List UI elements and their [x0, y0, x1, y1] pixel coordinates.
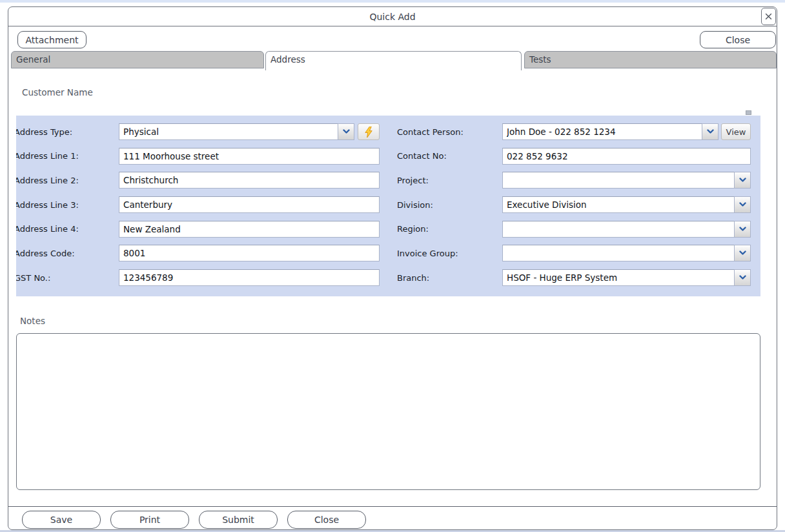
close-button[interactable]: Close — [287, 511, 366, 529]
contact-person-dropdown-trigger[interactable] — [702, 123, 719, 140]
title-bar: Quick Add — [8, 7, 777, 26]
address-line-3-label: Address Line 3: — [16, 200, 119, 210]
chevron-down-icon — [707, 129, 714, 134]
address-type-label: Address Type: — [16, 127, 119, 137]
project-dropdown-trigger[interactable] — [734, 172, 751, 189]
form-row: Contact No: — [397, 148, 751, 165]
region-label: Region: — [397, 224, 502, 234]
region-input[interactable] — [502, 221, 735, 238]
project-input[interactable] — [502, 172, 735, 189]
footer-separator — [8, 506, 777, 507]
print-button[interactable]: Print — [110, 511, 189, 529]
form-column-right: Contact Person:ViewContact No:Project:Di… — [397, 116, 751, 286]
view-button[interactable]: View — [721, 123, 751, 140]
contact-no-input[interactable] — [502, 148, 751, 165]
address-line-3-input[interactable] — [119, 196, 380, 213]
form-row: Contact Person:View — [397, 123, 751, 140]
notes-textarea[interactable] — [16, 333, 760, 490]
project-label: Project: — [397, 176, 502, 185]
form-row: Project: — [397, 172, 751, 189]
contact-no-label: Contact No: — [397, 151, 502, 161]
tab-general[interactable]: General — [11, 51, 264, 68]
form-row: Branch: — [397, 269, 751, 286]
form-row: Address Code: — [16, 245, 380, 261]
lightning-bolt-icon — [364, 127, 374, 138]
notes-label: Notes — [20, 316, 45, 326]
background-top-strip — [0, 0, 785, 3]
address-line-2-input[interactable] — [119, 172, 380, 189]
form-row: Address Line 3: — [16, 196, 380, 213]
window-close-button[interactable] — [761, 8, 776, 25]
form-column-left: Address Type:Address Line 1:Address Line… — [16, 116, 380, 286]
chevron-down-icon — [739, 251, 746, 256]
save-button[interactable]: Save — [22, 511, 101, 529]
submit-button[interactable]: Submit — [199, 511, 278, 529]
tab-address[interactable]: Address — [265, 51, 522, 70]
form-row: Address Line 1: — [16, 148, 380, 165]
address-type-input[interactable] — [119, 123, 338, 140]
address-line-1-input[interactable] — [119, 148, 380, 165]
gst-no-input[interactable] — [119, 269, 380, 286]
branch-label: Branch: — [397, 273, 502, 283]
division-dropdown-trigger[interactable] — [734, 196, 751, 213]
branch-dropdown-trigger[interactable] — [734, 269, 751, 286]
form-row: Address Type: — [16, 123, 380, 140]
tab-tests[interactable]: Tests — [524, 51, 777, 68]
footer-button-bar: Save Print Submit Close — [22, 511, 366, 529]
lightning-button[interactable] — [358, 123, 380, 140]
customer-name-label: Customer Name — [22, 87, 93, 97]
address-line-4-input[interactable] — [119, 221, 380, 238]
address-code-label: Address Code: — [16, 249, 119, 258]
gst-no-label: GST No.: — [16, 273, 119, 283]
address-code-input[interactable] — [119, 245, 380, 261]
form-row: Region: — [397, 221, 751, 238]
quick-add-dialog: Quick Add Attachment Close General Addre… — [8, 6, 777, 530]
chevron-down-icon — [739, 202, 746, 207]
form-row: Address Line 2: — [16, 172, 380, 189]
chevron-down-icon — [739, 227, 746, 232]
close-button-top[interactable]: Close — [700, 31, 776, 48]
chevron-down-icon — [739, 275, 746, 280]
invoice-group-label: Invoice Group: — [397, 249, 502, 258]
address-line-1-label: Address Line 1: — [16, 151, 119, 161]
division-label: Division: — [397, 200, 502, 210]
form-row: Invoice Group: — [397, 245, 751, 261]
address-type-dropdown-trigger[interactable] — [338, 123, 354, 140]
chevron-down-icon — [739, 178, 746, 183]
invoice-group-input[interactable] — [502, 245, 735, 261]
address-form-panel: Address Type:Address Line 1:Address Line… — [16, 116, 760, 296]
branch-input[interactable] — [502, 269, 735, 286]
invoice-group-dropdown-trigger[interactable] — [734, 245, 751, 261]
chevron-down-icon — [343, 129, 350, 134]
region-dropdown-trigger[interactable] — [734, 221, 751, 238]
form-row: Division: — [397, 196, 751, 213]
contact-person-input[interactable] — [502, 123, 702, 140]
form-row: Address Line 4: — [16, 221, 380, 238]
window-title: Quick Add — [369, 12, 415, 22]
address-line-4-label: Address Line 4: — [16, 224, 119, 234]
division-input[interactable] — [502, 196, 735, 213]
contact-person-label: Contact Person: — [397, 127, 502, 137]
address-line-2-label: Address Line 2: — [16, 176, 119, 185]
x-icon — [764, 12, 773, 21]
attachment-button[interactable]: Attachment — [17, 31, 87, 48]
form-row: GST No.: — [16, 269, 380, 286]
scrollbar-remnant — [746, 110, 751, 115]
